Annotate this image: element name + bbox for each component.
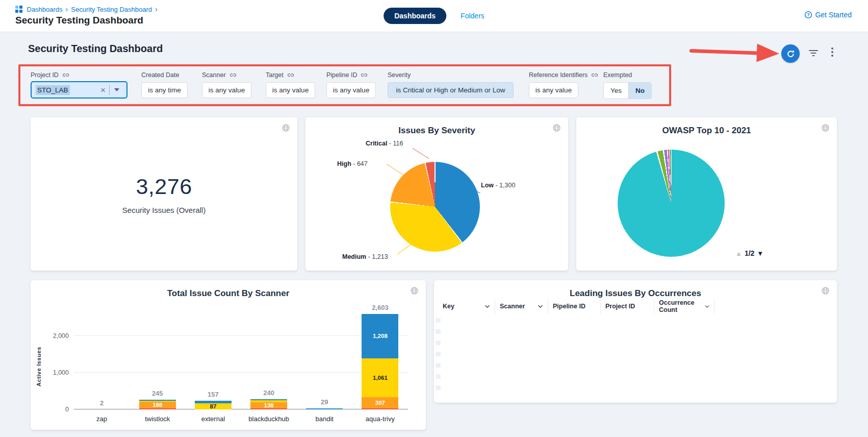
bar-slot-aqua-trivy: 3071,0611,2082,603aqua-trivy xyxy=(352,303,408,409)
stacked-bar-twistlock: 188 xyxy=(139,400,176,409)
breadcrumb-security-testing-dashboard[interactable]: Security Testing Dashboard xyxy=(71,6,152,13)
clear-icon[interactable]: × xyxy=(97,86,109,94)
pie-label-high: High - 647 xyxy=(337,160,368,167)
page-up-icon[interactable]: ▲ xyxy=(735,250,742,257)
get-started-link[interactable]: ? Get Started xyxy=(804,11,852,19)
svg-text:?: ? xyxy=(807,12,810,17)
refresh-button[interactable] xyxy=(781,44,800,63)
bar-slot-zap: 2zap xyxy=(74,303,130,409)
dashboard-more-menu-button[interactable] xyxy=(831,47,833,57)
filter-chip-pipeline-id[interactable]: is any value xyxy=(326,82,376,98)
exempted-option-no[interactable]: No xyxy=(628,83,651,99)
sort-chevron-icon[interactable] xyxy=(705,305,709,308)
bar-segment-critical-twistlock xyxy=(139,408,176,409)
filter-chip-created-date[interactable]: is any time xyxy=(141,82,188,98)
card-leading-issues-by-occurrences: Leading Issues By Occurrences KeyScanner… xyxy=(434,280,837,403)
table-column-key[interactable]: Key xyxy=(438,299,495,314)
tab-dashboards[interactable]: Dashboards xyxy=(384,8,446,24)
pie-label-medium: Medium - 1,213 xyxy=(342,253,388,260)
filter-label-severity: Severity xyxy=(388,71,411,79)
input-divider xyxy=(109,85,110,95)
table-row-stub xyxy=(436,341,441,345)
exempted-option-yes[interactable]: Yes xyxy=(604,83,628,99)
bar-slot-twistlock: 188245twistlock xyxy=(130,303,185,409)
x-category-label: external xyxy=(185,415,241,423)
y-tick-label: 0 xyxy=(44,406,69,413)
table-row-stub xyxy=(436,374,441,379)
filter-label-target: Target xyxy=(266,71,294,79)
filter-chip-severity[interactable]: is Critical or High or Medium or Low xyxy=(388,82,514,98)
owasp-chart-title: OWASP Top 10 - 2021 xyxy=(576,117,837,136)
x-category-label: blackduckhub xyxy=(241,415,297,423)
filter-label-reference-identifiers: Reference Identifiers xyxy=(529,71,598,79)
pie-leader-line xyxy=(397,244,411,255)
overall-issues-value: 3,276 xyxy=(136,174,192,199)
bar-segment-critical-aqua-trivy xyxy=(362,408,398,409)
chevron-down-icon[interactable] xyxy=(114,88,119,91)
bar-segment-low-aqua-trivy: 1,208 xyxy=(362,314,398,358)
dashboards-grid-icon xyxy=(15,6,22,13)
filter-label-pipeline-id: Pipeline ID xyxy=(326,71,368,79)
page-down-icon[interactable]: ▼ xyxy=(757,250,763,257)
bar-slot-bandit: 29bandit xyxy=(297,303,352,409)
card-security-issues-overall: 3,276 Security Issues (Overall) xyxy=(31,117,297,271)
link-icon xyxy=(229,72,237,78)
table-row-stub xyxy=(436,329,441,334)
table-header-row: KeyScannerPipeline IDProject IDOccurrenc… xyxy=(438,299,714,314)
dashboard-section-title: Security Testing Dashboard xyxy=(28,43,163,55)
card-total-issue-count-by-scanner: Total Issue Count By Scanner Active Issu… xyxy=(31,280,426,430)
filter-chip-scanner[interactable]: is any value xyxy=(202,82,251,98)
table-row-stub xyxy=(436,363,441,368)
table-column-pipeline-id[interactable]: Pipeline ID xyxy=(548,299,601,314)
view-tabs: Dashboards Folders xyxy=(384,8,484,24)
stacked-bar-bandit xyxy=(306,408,343,409)
globe-icon xyxy=(821,124,830,134)
security-testing-dashboard-screen: Dashboards › Security Testing Dashboard … xyxy=(0,0,868,437)
stacked-bar-aqua-trivy: 3071,0611,208 xyxy=(362,314,398,409)
pie-label-low: Low - 1,300 xyxy=(481,182,515,189)
globe-icon xyxy=(552,124,561,134)
card-owasp-top-10: OWASP Top 10 - 2021 ▲ 1/2 ▼ xyxy=(576,117,837,271)
breadcrumb-chevron-icon: › xyxy=(66,5,68,13)
bar-total-label: 2,603 xyxy=(352,304,408,311)
bar-slot-external: 87157external xyxy=(185,303,241,409)
table-column-occurrence-count[interactable]: Occurrence Count xyxy=(654,299,714,314)
stacked-bar-blackduckhub: 138 xyxy=(250,399,287,409)
bar-total-label: 240 xyxy=(241,389,297,397)
bar-total-label: 157 xyxy=(185,391,241,398)
project-id-input[interactable]: STO_LAB× xyxy=(31,81,127,99)
exempted-toggle: YesNo xyxy=(603,82,652,99)
owasp-pager: ▲ 1/2 ▼ xyxy=(735,249,763,257)
bar-segment-high-aqua-trivy: 307 xyxy=(362,397,398,408)
bar-segment-high-blackduckhub: 138 xyxy=(250,402,287,408)
filter-chip-reference-identifiers[interactable]: is any value xyxy=(529,82,578,98)
y-tick-label: 2,000 xyxy=(44,332,69,339)
filter-chip-target[interactable]: is any value xyxy=(266,82,315,98)
x-category-label: bandit xyxy=(297,415,352,423)
sort-chevron-icon[interactable] xyxy=(484,305,490,308)
dashboard-filter-button[interactable] xyxy=(808,48,819,60)
filter-label-project-id: Project ID xyxy=(31,71,69,79)
bar-segment-high-twistlock: 188 xyxy=(139,402,176,408)
table-column-project-id[interactable]: Project ID xyxy=(601,299,654,314)
sort-chevron-icon[interactable] xyxy=(538,305,543,308)
annotation-arrow xyxy=(689,41,780,63)
table-column-scanner[interactable]: Scanner xyxy=(495,299,548,314)
tab-folders[interactable]: Folders xyxy=(461,12,484,20)
x-category-label: aqua-trivy xyxy=(352,415,408,423)
page-title: Security Testing Dashboard xyxy=(15,15,143,26)
question-icon: ? xyxy=(804,11,812,19)
x-category-label: twistlock xyxy=(130,415,185,423)
scanner-bar-plot: 01,0002,0002zap188245twistlock87157exter… xyxy=(74,303,408,409)
filter-icon xyxy=(808,48,819,58)
breadcrumb: Dashboards › Security Testing Dashboard … xyxy=(15,5,158,13)
filter-label-exempted: Exempted xyxy=(603,71,632,79)
globe-icon xyxy=(410,286,419,297)
bar-total-label: 29 xyxy=(297,398,352,406)
scanner-chart-title: Total Issue Count By Scanner xyxy=(31,280,426,299)
y-tick-label: 1,000 xyxy=(44,369,69,376)
bar-segment-critical-blackduckhub xyxy=(250,408,287,409)
card-issues-by-severity: Issues By Severity Low - 1,300Medium - 1… xyxy=(305,117,568,271)
table-row-stub xyxy=(436,318,441,323)
breadcrumb-dashboards[interactable]: Dashboards xyxy=(27,6,63,13)
